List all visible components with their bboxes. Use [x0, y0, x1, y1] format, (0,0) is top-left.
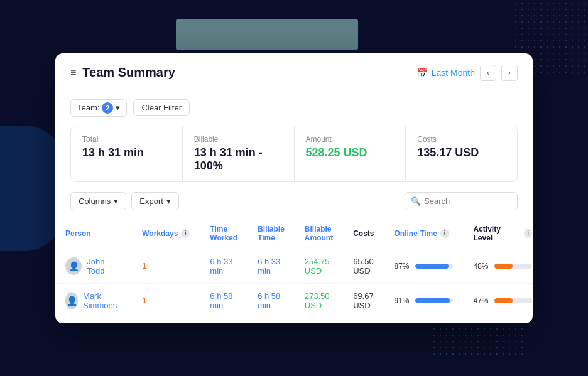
avatar-0: 👤 — [65, 257, 82, 275]
columns-chevron-icon: ▾ — [114, 196, 118, 206]
table-header-row: Person Workdays i Time Worked Billable T… — [55, 218, 533, 249]
cell-billable-amount-1: 273.50 USD — [295, 283, 343, 318]
online-progress-bar-1 — [415, 298, 453, 303]
filter-row: Team: 2 ▾ Clear Filter — [55, 90, 533, 126]
stat-amount-value: 528.25 USD — [306, 146, 395, 159]
stat-billable-label: Billable — [194, 135, 283, 144]
cell-workdays-1: 1 — [132, 283, 200, 318]
date-range-label: Last Month — [432, 68, 475, 78]
stat-amount: Amount 528.25 USD — [295, 126, 406, 181]
export-button[interactable]: Export ▾ — [131, 192, 179, 210]
teal-accent-decoration — [176, 19, 358, 50]
activity-level-info-icon[interactable]: i — [524, 229, 533, 238]
table-toolbar: Columns ▾ Export ▾ 🔍 — [55, 192, 533, 218]
cell-online-time-0: 87% — [384, 249, 463, 283]
stat-total-value: 13 h 31 min — [82, 146, 171, 159]
cell-billable-time-1: 6 h 58 min — [248, 283, 295, 318]
stat-costs: Costs 135.17 USD — [406, 126, 517, 181]
stat-billable-value: 13 h 31 min - 100% — [194, 146, 283, 173]
stat-total: Total 13 h 31 min — [71, 126, 183, 181]
col-billable-time: Billable Time — [248, 218, 295, 249]
team-filter-button[interactable]: Team: 2 ▾ — [70, 99, 127, 117]
workdays-info-icon[interactable]: i — [181, 229, 190, 238]
stat-costs-label: Costs — [417, 135, 506, 144]
team-chevron-icon: ▾ — [116, 103, 120, 112]
cell-time-worked-1: 6 h 58 min — [200, 283, 248, 318]
blob-decoration-left — [0, 126, 63, 251]
activity-progress-bar-1 — [494, 298, 532, 303]
stat-amount-label: Amount — [306, 135, 395, 144]
cell-activity-level-0: 48% — [463, 249, 533, 283]
cell-activity-level-1: 47% — [463, 283, 533, 318]
data-table: Person Workdays i Time Worked Billable T… — [55, 218, 533, 318]
col-billable-amount: Billable Amount — [295, 218, 343, 249]
col-time-worked: Time Worked — [200, 218, 248, 249]
person-name-0[interactable]: John Todd — [87, 257, 122, 276]
search-input[interactable] — [405, 192, 518, 210]
stat-costs-value: 135.17 USD — [417, 146, 506, 159]
card-header: ≡ Team Summary 📅 Last Month ‹ › — [55, 53, 533, 90]
activity-progress-bar-0 — [494, 264, 532, 269]
cell-costs-0: 65.50 USD — [343, 249, 384, 283]
header-left: ≡ Team Summary — [70, 65, 175, 80]
online-time-info-icon[interactable]: i — [440, 229, 449, 238]
export-label: Export — [139, 196, 163, 206]
cell-online-time-1: 91% — [384, 283, 463, 318]
team-label: Team: — [77, 103, 99, 112]
clear-filter-button[interactable]: Clear Filter — [133, 99, 190, 116]
cell-time-worked-0: 6 h 33 min — [200, 249, 248, 283]
stat-billable: Billable 13 h 31 min - 100% — [183, 126, 295, 181]
cell-person-1: 👤 Mark Simmons — [55, 283, 132, 318]
table-row: 👤 Mark Simmons 1 6 h 58 min 6 h 58 min 2… — [55, 283, 533, 318]
cell-workdays-0: 1 — [132, 249, 200, 283]
toolbar-left: Columns ▾ Export ▾ — [70, 192, 179, 210]
page-title: Team Summary — [82, 65, 175, 80]
avatar-1: 👤 — [65, 292, 78, 309]
header-right: 📅 Last Month ‹ › — [417, 65, 518, 81]
col-costs: Costs — [343, 218, 384, 249]
online-progress-bar-0 — [415, 264, 453, 269]
stats-row: Total 13 h 31 min Billable 13 h 31 min -… — [70, 126, 518, 182]
calendar-icon: 📅 — [417, 68, 428, 78]
prev-period-button[interactable]: ‹ — [480, 65, 496, 81]
table-row: 👤 John Todd 1 6 h 33 min 6 h 33 min 254.… — [55, 249, 533, 283]
search-wrap: 🔍 — [405, 192, 518, 210]
columns-button[interactable]: Columns ▾ — [70, 192, 126, 210]
team-count-badge: 2 — [102, 102, 113, 114]
col-online-time: Online Time i — [384, 218, 463, 249]
col-person: Person — [55, 218, 132, 249]
cell-billable-time-0: 6 h 33 min — [248, 249, 295, 283]
cell-billable-amount-0: 254.75 USD — [295, 249, 343, 283]
col-activity-level: Activity Level i — [463, 218, 533, 249]
person-name-1[interactable]: Mark Simmons — [83, 291, 122, 310]
next-period-button[interactable]: › — [501, 65, 518, 81]
stat-total-label: Total — [82, 135, 171, 144]
menu-icon[interactable]: ≡ — [70, 67, 76, 78]
search-icon: 🔍 — [411, 196, 421, 206]
columns-label: Columns — [79, 196, 111, 206]
date-range-button[interactable]: 📅 Last Month — [417, 68, 475, 78]
cell-costs-1: 69.67 USD — [343, 283, 384, 318]
cell-person-0: 👤 John Todd — [55, 249, 132, 283]
main-card: ≡ Team Summary 📅 Last Month ‹ › Team: 2 … — [55, 53, 533, 323]
col-workdays: Workdays i — [132, 218, 200, 249]
export-chevron-icon: ▾ — [166, 196, 171, 206]
